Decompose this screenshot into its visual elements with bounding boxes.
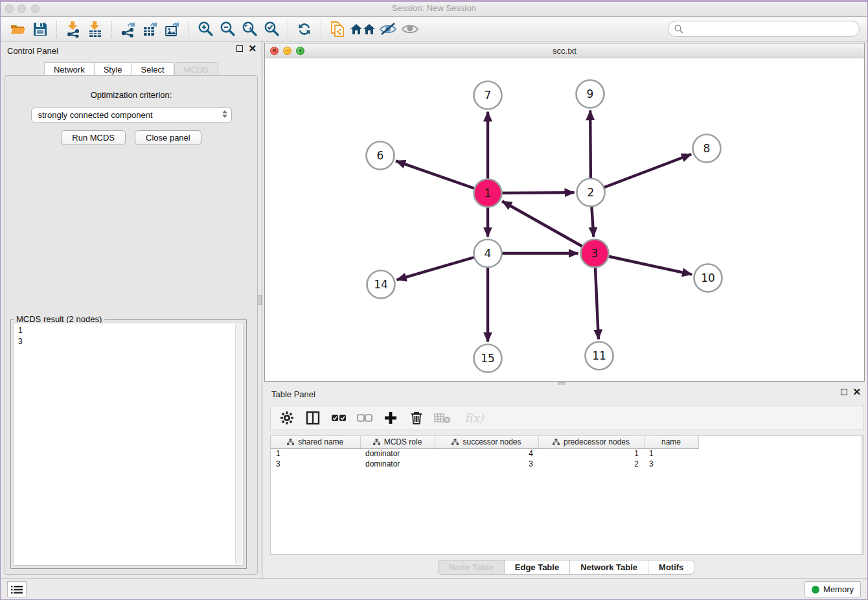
export-image-icon[interactable] bbox=[161, 19, 183, 39]
application-window: Session: New Session bbox=[0, 0, 868, 600]
network-window-titlebar[interactable]: ✕ − + scc.txt bbox=[265, 43, 864, 58]
shared-column-icon bbox=[553, 439, 560, 446]
table-panel-header: Table Panel ✕ bbox=[264, 385, 868, 403]
memory-button[interactable]: Memory bbox=[805, 581, 861, 597]
deselect-all-checkboxes-icon[interactable] bbox=[356, 410, 373, 426]
cell-name[interactable]: 3 bbox=[644, 459, 698, 469]
optimization-criterion-dropdown[interactable]: strongly connected component bbox=[31, 108, 232, 122]
column-header-mcds-role[interactable]: MCDS role bbox=[360, 436, 435, 448]
result-scrollbar[interactable] bbox=[235, 324, 242, 564]
run-mcds-button[interactable]: Run MCDS bbox=[61, 130, 126, 145]
dropdown-stepper-icon bbox=[222, 110, 227, 118]
split-pane-grip[interactable] bbox=[258, 295, 262, 305]
zoom-fit-icon[interactable] bbox=[238, 19, 260, 39]
network-window-title: scc.txt bbox=[265, 46, 864, 56]
save-session-icon[interactable] bbox=[29, 19, 51, 39]
graph-node-label: 14 bbox=[374, 278, 388, 291]
export-table-icon[interactable] bbox=[139, 19, 161, 39]
dropdown-value: strongly connected component bbox=[38, 110, 153, 120]
cell-predecessor-nodes[interactable]: 1 bbox=[538, 448, 644, 459]
close-panel-icon[interactable]: ✕ bbox=[852, 389, 861, 395]
toolbar-separator bbox=[111, 21, 112, 38]
search-field bbox=[668, 21, 860, 37]
graph-node-label: 15 bbox=[481, 352, 495, 365]
column-header-shared-name[interactable]: shared name bbox=[271, 436, 360, 448]
show-columns-icon[interactable] bbox=[304, 410, 321, 426]
function-builder-icon[interactable]: f(x) bbox=[460, 410, 488, 426]
control-panel: Control Panel ✕ Network Style Select MCD… bbox=[1, 41, 262, 579]
hide-selected-eye-icon[interactable] bbox=[377, 19, 399, 39]
task-list-icon bbox=[11, 585, 23, 594]
float-panel-icon[interactable] bbox=[841, 389, 847, 395]
home-layout-icon[interactable] bbox=[348, 19, 377, 39]
window-title: Session: New Session bbox=[1, 3, 867, 13]
table-row[interactable]: 1 dominator 4 1 1 bbox=[271, 448, 698, 459]
mcds-result-list[interactable]: 1 3 bbox=[14, 323, 244, 566]
close-panel-icon[interactable]: ✕ bbox=[248, 45, 257, 52]
add-row-icon[interactable] bbox=[382, 410, 399, 426]
column-header-name[interactable]: name bbox=[644, 436, 698, 448]
graph-node-label: 1 bbox=[485, 187, 492, 200]
mcds-result-item[interactable]: 3 bbox=[18, 336, 239, 347]
toolbar-separator bbox=[188, 21, 189, 38]
export-network-icon[interactable] bbox=[117, 19, 139, 39]
graph-node-label: 11 bbox=[592, 349, 606, 362]
network-canvas[interactable]: 7968124314101511 bbox=[265, 58, 864, 381]
tab-network-table[interactable]: Network Table bbox=[570, 560, 648, 575]
cell-name[interactable]: 1 bbox=[644, 448, 698, 459]
column-header-predecessor-nodes[interactable]: predecessor nodes bbox=[538, 436, 644, 448]
table-scrollbar[interactable] bbox=[862, 436, 863, 554]
cell-shared-name[interactable]: 3 bbox=[271, 459, 360, 469]
table-settings-gear-icon[interactable] bbox=[279, 410, 295, 426]
table-toolbar: f(x) bbox=[270, 406, 864, 430]
float-panel-icon[interactable] bbox=[236, 45, 243, 52]
refresh-icon[interactable] bbox=[293, 19, 315, 39]
graph-node-label: 2 bbox=[588, 186, 595, 199]
network-view-window: ✕ − + scc.txt 7968124314101511 bbox=[264, 43, 865, 382]
search-input[interactable] bbox=[684, 23, 859, 36]
table-row[interactable]: 3 dominator 3 2 3 bbox=[271, 459, 698, 469]
zoom-out-icon[interactable] bbox=[216, 19, 238, 39]
column-header-successor-nodes[interactable]: successor nodes bbox=[435, 436, 538, 448]
title-bar: Session: New Session bbox=[1, 0, 867, 17]
delete-table-icon[interactable] bbox=[434, 410, 451, 426]
zoom-selected-icon[interactable] bbox=[260, 19, 282, 39]
cell-successor-nodes[interactable]: 3 bbox=[435, 459, 538, 469]
graph-node-label: 10 bbox=[701, 271, 715, 284]
open-session-icon[interactable] bbox=[7, 19, 29, 39]
shared-column-icon bbox=[373, 439, 380, 446]
control-panel-header: Control Panel ✕ bbox=[1, 41, 262, 60]
node-table: shared name MCDS role successor nodes pr… bbox=[270, 435, 864, 555]
tab-motifs[interactable]: Motifs bbox=[648, 560, 694, 575]
cell-successor-nodes[interactable]: 4 bbox=[435, 448, 538, 459]
graph-node-label: 4 bbox=[485, 247, 492, 260]
close-panel-button[interactable]: Close panel bbox=[135, 130, 201, 145]
cell-mcds-role[interactable]: dominator bbox=[360, 459, 435, 469]
graph-node-label: 8 bbox=[703, 142, 711, 155]
tab-node-table[interactable]: Node Table bbox=[438, 560, 505, 575]
cell-mcds-role[interactable]: dominator bbox=[360, 448, 435, 459]
duplicate-network-icon[interactable] bbox=[326, 19, 348, 39]
import-network-icon[interactable] bbox=[62, 19, 84, 39]
cell-shared-name[interactable]: 1 bbox=[271, 448, 360, 459]
memory-status-icon bbox=[812, 586, 819, 594]
shared-column-icon bbox=[451, 439, 459, 446]
toolbar-separator bbox=[288, 21, 288, 38]
task-history-button[interactable] bbox=[7, 581, 27, 597]
main-toolbar bbox=[1, 17, 867, 41]
window-accent-strip bbox=[1, 0, 867, 2]
edge-3-1[interactable] bbox=[502, 202, 595, 253]
tab-edge-table[interactable]: Edge Table bbox=[505, 560, 570, 575]
import-table-icon[interactable] bbox=[84, 19, 106, 39]
cell-predecessor-nodes[interactable]: 2 bbox=[538, 459, 644, 469]
graph-node-label: 3 bbox=[591, 247, 599, 260]
delete-row-trash-icon[interactable] bbox=[408, 410, 425, 426]
shared-column-icon bbox=[287, 439, 294, 446]
edge-3-10[interactable] bbox=[595, 253, 692, 275]
zoom-in-icon[interactable] bbox=[194, 19, 216, 39]
select-all-checkboxes-icon[interactable] bbox=[330, 410, 347, 426]
toolbar-separator bbox=[56, 21, 57, 38]
mcds-result-item[interactable]: 1 bbox=[18, 325, 239, 336]
edge-2-8[interactable] bbox=[591, 154, 691, 192]
show-all-eye-icon[interactable] bbox=[399, 19, 421, 39]
